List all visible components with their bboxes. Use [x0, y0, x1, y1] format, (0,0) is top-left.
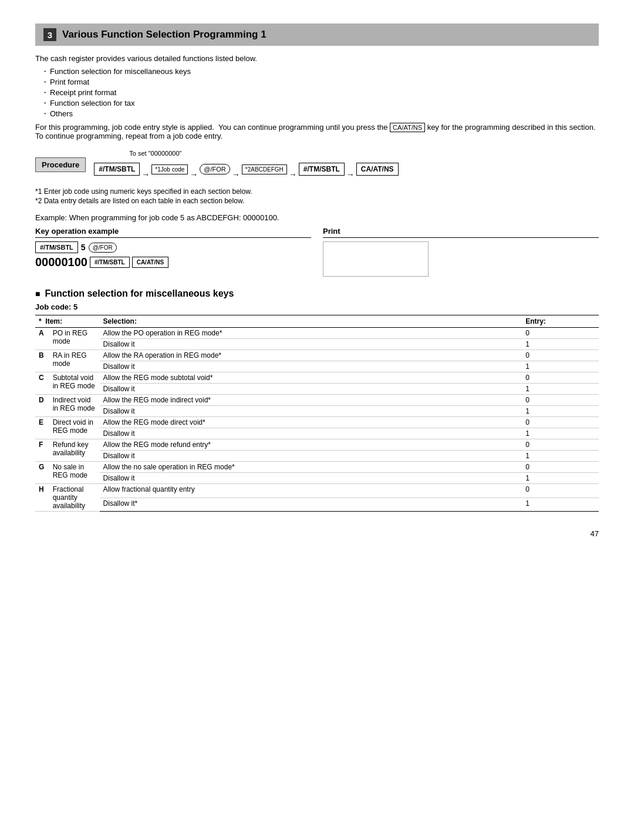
bullet-list: Function selection for miscellaneous key…: [41, 66, 599, 119]
subsection-title: Function selection for miscellaneous key…: [35, 288, 599, 299]
row-selection: Allow the RA operation in REG mode*: [100, 350, 522, 361]
row-entry: 0: [522, 417, 599, 428]
key-seq-5: 5: [81, 243, 86, 252]
job-code-label: Job code: 5: [35, 303, 599, 311]
flow-label-top: To set "00000000": [129, 150, 398, 157]
row-desc: PO in REG mode: [49, 328, 100, 350]
table-row: FRefund key availabilityAllow the REG mo…: [35, 439, 599, 451]
row-selection: Disallow it: [100, 384, 522, 395]
row-entry: 0: [522, 484, 599, 498]
row-selection: Disallow it: [100, 361, 522, 372]
continuation-text: For this programming, job code entry sty…: [35, 123, 599, 140]
key-op-header: Key operation example: [35, 227, 311, 238]
key-seq-caatns: CA/AT/NS: [132, 257, 168, 268]
example-intro: Example: When programming for job code 5…: [35, 213, 599, 222]
row-letter: A: [35, 328, 49, 350]
row-desc: Subtotal void in REG mode: [49, 372, 100, 395]
table-row: APO in REG modeAllow the PO operation in…: [35, 328, 599, 339]
key-seq-for: @/FOR: [89, 243, 117, 253]
key-tmSbtl-1: #/TM/SBTL: [94, 163, 140, 176]
row-entry: 1: [522, 451, 599, 462]
row-entry: 0: [522, 328, 599, 339]
th-entry: Entry:: [522, 315, 599, 328]
table-row: Disallow it1: [35, 473, 599, 484]
table-row: Disallow it*1: [35, 498, 599, 512]
row-letter: F: [35, 439, 49, 462]
key-caatns: CA/AT/NS: [356, 163, 399, 176]
row-desc: No sale in REG mode: [49, 462, 100, 484]
row-desc: Indirect void in REG mode: [49, 395, 100, 417]
row-desc: Fractional quantity availability: [49, 484, 100, 512]
note-1: *1 Enter job code using numeric keys spe…: [35, 187, 599, 196]
flow-row: #/TM/SBTL → *1Job code → @/FOR → *2ABCDE…: [94, 159, 398, 179]
th-selection: Selection:: [100, 315, 522, 328]
flow-step-4: *2ABCDEFGH: [242, 164, 287, 174]
key-for: @/FOR: [200, 164, 230, 174]
row-letter: H: [35, 484, 49, 512]
row-entry: 1: [522, 473, 599, 484]
row-selection: Allow the REG mode direct void*: [100, 417, 522, 428]
flow-step-3: @/FOR: [200, 164, 230, 174]
key-seq-2: 00000100 #/TM/SBTL CA/AT/NS: [35, 256, 311, 269]
bullet-item: Receipt print format: [41, 88, 599, 98]
bullet-item: Others: [41, 109, 599, 119]
procedure-area: Procedure To set "00000000" #/TM/SBTL → …: [35, 150, 599, 179]
note-2: *2 Data entry details are listed on each…: [35, 197, 599, 205]
row-letter: B: [35, 350, 49, 372]
key-abcdefgh: *2ABCDEFGH: [242, 164, 287, 174]
key-tmSbtl-2: #/TM/SBTL: [299, 163, 345, 176]
print-area: [323, 241, 429, 277]
key-seq-tmsbtl-2: #/TM/SBTL: [90, 257, 130, 268]
flow-step-2: *1Job code: [151, 164, 188, 174]
flow-step-1: #/TM/SBTL: [94, 163, 140, 176]
row-entry: 1: [522, 428, 599, 439]
arrow-3: →: [230, 170, 242, 179]
arrow-2: →: [188, 170, 200, 179]
notes: *1 Enter job code using numeric keys spe…: [35, 187, 599, 205]
row-selection: Disallow it: [100, 339, 522, 350]
flow-step-5: #/TM/SBTL: [299, 163, 345, 176]
row-selection: Disallow it*: [100, 498, 522, 512]
section-number: 3: [43, 28, 56, 41]
row-letter: C: [35, 372, 49, 395]
section-header: 3 Various Function Selection Programming…: [35, 23, 599, 46]
key-seq-1: #/TM/SBTL 5 @/FOR: [35, 241, 311, 253]
row-selection: Allow fractional quantity entry: [100, 484, 522, 498]
row-letter: G: [35, 462, 49, 484]
row-entry: 1: [522, 406, 599, 417]
table-row: Disallow it1: [35, 361, 599, 372]
section-title: Various Function Selection Programming 1: [62, 29, 267, 41]
example-print-col: Print: [323, 227, 599, 277]
row-selection: Disallow it: [100, 406, 522, 417]
row-desc: Refund key availability: [49, 439, 100, 462]
intro-main: The cash register provides various detai…: [35, 54, 599, 63]
row-selection: Allow the REG mode subtotal void*: [100, 372, 522, 384]
row-selection: Disallow it: [100, 473, 522, 484]
big-number-value: 00000100: [35, 256, 87, 269]
flow-diagram: To set "00000000" #/TM/SBTL → *1Job code…: [94, 150, 398, 179]
row-selection: Allow the REG mode refund entry*: [100, 439, 522, 451]
row-letter: D: [35, 395, 49, 417]
row-entry: 0: [522, 439, 599, 451]
arrow-1: →: [140, 170, 151, 179]
print-header: Print: [323, 227, 599, 238]
th-item: * Item:: [35, 315, 100, 328]
table-row: Disallow it1: [35, 384, 599, 395]
function-table: * Item: Selection: Entry: APO in REG mod…: [35, 315, 599, 512]
flow-step-6: CA/AT/NS: [356, 163, 399, 176]
table-row: GNo sale in REG modeAllow the no sale op…: [35, 462, 599, 473]
table-row: EDirect void in REG modeAllow the REG mo…: [35, 417, 599, 428]
bullet-item: Print format: [41, 77, 599, 88]
row-entry: 1: [522, 339, 599, 350]
table-row: HFractional quantity availabilityAllow f…: [35, 484, 599, 498]
example-table: Key operation example #/TM/SBTL 5 @/FOR …: [35, 227, 599, 277]
table-row: Disallow it1: [35, 339, 599, 350]
row-entry: 0: [522, 372, 599, 384]
row-desc: RA in REG mode: [49, 350, 100, 372]
example-key-col: Key operation example #/TM/SBTL 5 @/FOR …: [35, 227, 311, 277]
row-entry: 1: [522, 498, 599, 512]
key-seq-tmsbtl: #/TM/SBTL: [35, 241, 78, 253]
row-entry: 0: [522, 395, 599, 406]
row-letter: E: [35, 417, 49, 439]
row-selection: Allow the no sale operation in REG mode*: [100, 462, 522, 473]
